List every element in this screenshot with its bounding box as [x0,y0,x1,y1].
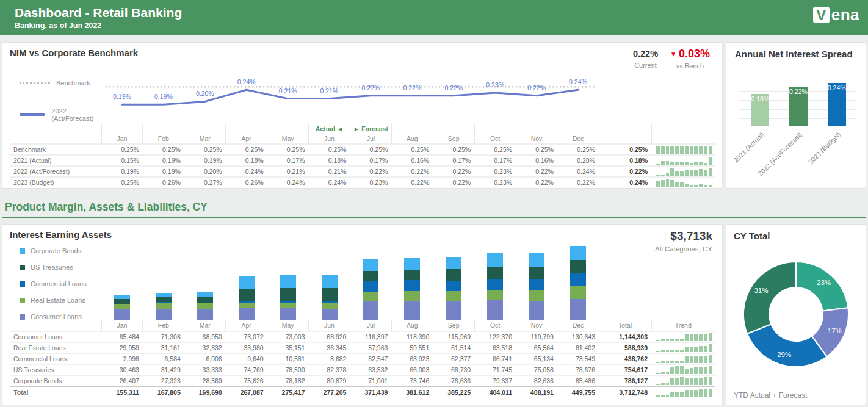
stack-segment[interactable] [197,297,213,303]
stacked-bar[interactable] [363,259,378,320]
stack-segment[interactable] [446,291,461,301]
legend-item[interactable]: Consumer Loans [20,313,101,320]
stack-segment[interactable] [487,300,503,320]
stack-segment[interactable] [570,299,586,320]
stack-segment[interactable] [280,308,296,320]
stack-segment[interactable] [156,303,172,309]
annual-bar[interactable]: 0.18% [751,94,769,126]
stack-segment[interactable] [487,267,503,279]
table-cell: 0.17% [474,155,516,166]
stack-segment[interactable] [322,303,338,309]
stack-segment[interactable] [404,301,420,320]
stack-segment[interactable] [239,303,255,308]
stack-segment[interactable] [322,309,338,320]
stack-segment[interactable] [446,281,461,291]
stack-segment[interactable] [404,270,420,281]
stacked-bar[interactable] [239,276,255,320]
point-label: 0.19% [113,93,131,100]
stack-segment[interactable] [280,303,296,309]
stack-segment[interactable] [529,267,544,279]
stacked-bar[interactable] [404,258,420,320]
stack-segment[interactable] [529,290,544,301]
table-cell: 0.25% [474,144,516,155]
stack-segment[interactable] [280,288,296,301]
stack-segment[interactable] [114,295,130,299]
stacked-bar[interactable] [446,257,461,320]
stacked-bar[interactable] [280,275,296,320]
stack-segment[interactable] [404,258,420,270]
stack-segment[interactable] [487,253,503,267]
stack-segment[interactable] [487,290,503,300]
table-cell: 0.26% [143,177,184,187]
stack-segment[interactable] [404,280,420,290]
stack-segment[interactable] [322,288,338,301]
assets-kpi-value: $3,713k [655,229,712,243]
stack-segment[interactable] [363,292,378,301]
stack-segment[interactable] [529,253,544,266]
stack-segment[interactable] [363,281,378,292]
stack-segment[interactable] [322,275,338,288]
stack-segment[interactable] [363,259,378,270]
stack-segment[interactable] [487,279,503,290]
stack-segment[interactable] [404,291,420,301]
donut-slice[interactable] [747,324,827,367]
legend-item-2022[interactable]: 2022 (Act/Forecast) [20,107,101,122]
page-title: Dashboard - Retail Banking [15,5,182,20]
slice-label: 23% [817,279,831,286]
legend-item[interactable]: Corporate Bonds [20,247,101,254]
table-cell: 0.21% [267,166,309,177]
table-cell: 122,370 [474,331,516,342]
stacked-bar[interactable] [487,253,503,320]
stack-segment[interactable] [363,301,378,320]
stack-segment[interactable] [197,292,213,297]
donut-slice[interactable] [743,262,796,334]
series-2022-line[interactable] [122,90,578,104]
stack-segment[interactable] [114,309,130,320]
stacked-bar[interactable] [114,295,130,320]
stack-segment[interactable] [156,309,172,320]
stack-segment[interactable] [570,273,586,286]
stack-segment[interactable] [156,293,172,297]
stack-segment[interactable] [446,257,461,270]
annual-bar[interactable]: 0.24% [828,83,846,126]
stack-segment[interactable] [363,271,378,281]
stacked-bar[interactable] [529,253,544,320]
legend-label: Benchmark [56,79,90,87]
stacked-bar[interactable] [197,292,213,320]
stack-segment[interactable] [570,286,586,299]
table-cell: 32,832 [184,342,226,353]
stack-segment[interactable] [446,269,461,281]
stacked-bar[interactable] [156,293,172,320]
table-cell: 0.25% [101,177,143,187]
stack-segment[interactable] [114,304,130,309]
legend-item-benchmark[interactable]: Benchmark [20,79,101,87]
stack-segment[interactable] [239,308,255,320]
donut-slice[interactable] [796,262,848,311]
stack-segment[interactable] [529,279,544,290]
table-cell: 65,484 [101,331,143,342]
legend-item[interactable]: Real Estate Loans [20,297,101,304]
legend-item[interactable]: Commercial Loans [20,280,101,287]
stack-segment[interactable] [239,289,255,301]
legend-item[interactable]: US Treasuries [20,264,101,271]
annual-bar[interactable]: 0.22% [789,87,808,126]
stack-segment[interactable] [114,299,130,304]
stack-segment[interactable] [570,246,586,260]
table-cell: 0.25% [516,144,557,155]
stacked-bar[interactable] [322,275,338,320]
table-cell: 31,429 [143,364,184,375]
stack-segment[interactable] [239,276,255,289]
stack-segment[interactable] [197,309,213,320]
stacked-bar[interactable] [570,246,586,320]
stack-segment[interactable] [280,275,296,287]
stack-segment[interactable] [197,303,213,309]
legend-label: Real Estate Loans [31,297,85,304]
table-cell: 75,626 [226,375,267,387]
stack-segment[interactable] [446,301,461,321]
stack-segment[interactable] [156,297,172,303]
stack-segment[interactable] [570,260,586,273]
table-cell: 71,745 [474,364,516,375]
stack-segment[interactable] [529,301,544,321]
row-total: 754,617 [599,364,651,375]
table-cell: 73,746 [391,375,433,387]
